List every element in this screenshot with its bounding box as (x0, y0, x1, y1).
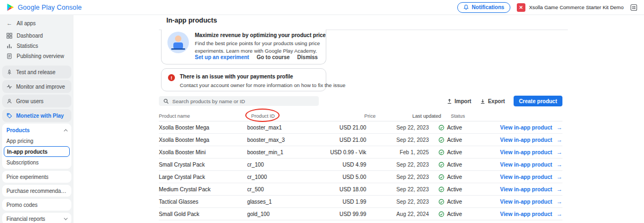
product-name-cell: Small Gold Pack (159, 211, 247, 217)
active-check-icon (438, 162, 444, 168)
price-experiments-label: Price experiments (6, 174, 48, 180)
logo-text: Google Play Console (18, 4, 82, 11)
pulse-icon (6, 84, 12, 90)
status-label: Active (447, 211, 462, 217)
price-cell: USD 99.99 (318, 211, 366, 217)
view-link-label: View in-app product (500, 149, 552, 155)
promo-codes-label: Promo codes (6, 202, 38, 208)
warning-title: There is an issue with your payments pro… (180, 74, 293, 80)
product-name-cell: Xsolla Booster Mega (159, 137, 247, 143)
search-icon (163, 98, 169, 104)
sidebar-item-price-experiments[interactable]: Price experiments (2, 171, 71, 183)
monetize-tag-icon (6, 113, 12, 119)
export-button[interactable]: Export (480, 98, 505, 104)
sidebar-divider (0, 61, 74, 66)
table-header-row: Product name Product ID Price Last updat… (159, 111, 562, 121)
products-group: Products App pricing In-app products Sub… (2, 124, 71, 169)
sidebar-item-in-app-products[interactable]: In-app products (4, 146, 70, 157)
view-link-label: View in-app product (500, 125, 552, 131)
active-check-icon (438, 199, 444, 205)
view-link-label: View in-app product (500, 174, 552, 180)
active-check-icon (438, 149, 444, 155)
product-id-cell: booster_max_3 (247, 137, 318, 143)
google-play-console-logo[interactable]: Google Play Console (6, 3, 82, 11)
go-to-course-link[interactable]: Go to course (257, 54, 290, 60)
import-button[interactable]: Import (447, 98, 471, 104)
sidebar-section-monitor-and-improve[interactable]: Monitor and improve (2, 80, 71, 93)
arrow-right-icon: → (557, 149, 562, 155)
view-in-app-product-link[interactable]: View in-app product → (500, 211, 562, 217)
arrow-right-icon: → (557, 124, 562, 131)
topbar-right: Notifications ✕ Xsolla Game Commerce Sta… (457, 2, 638, 13)
dismiss-link[interactable]: Dismiss (297, 54, 318, 60)
monitor-and-improve-label: Monitor and improve (16, 84, 65, 90)
active-check-icon (438, 125, 444, 131)
promo-illustration (166, 31, 191, 55)
export-label: Export (488, 98, 505, 104)
view-in-app-product-link[interactable]: View in-app product → (500, 136, 562, 143)
sidebar-item-promo-codes[interactable]: Promo codes (2, 199, 71, 211)
product-id-cell: cr_1000 (247, 174, 318, 180)
status-cell: Active (438, 199, 500, 205)
import-label: Import (455, 98, 471, 104)
topbar: Google Play Console Notifications ✕ Xsol… (0, 0, 644, 15)
notifications-button[interactable]: Notifications (457, 2, 510, 13)
search-input[interactable] (172, 98, 314, 104)
chevron-down-icon (64, 216, 68, 220)
sidebar-section-test-and-release[interactable]: Test and release (2, 66, 71, 78)
arrow-right-icon: → (557, 161, 562, 168)
play-triangle-icon (6, 3, 14, 11)
create-product-button[interactable]: Create product (514, 96, 562, 106)
sidebar-item-products[interactable]: Products (2, 125, 71, 135)
table-row: Xsolla Booster Mini booster_min_1 USD 0.… (159, 146, 562, 159)
col-price[interactable]: Price (325, 113, 376, 119)
apps-grid-icon[interactable] (630, 4, 638, 11)
sidebar-item-publishing-overview[interactable]: Publishing overview (0, 51, 74, 61)
view-in-app-product-link[interactable]: View in-app product → (500, 198, 562, 205)
active-check-icon (438, 174, 444, 180)
set-up-experiment-link[interactable]: Set up an experiment (195, 54, 249, 60)
last-updated-cell: Sep 22, 2023 (366, 199, 429, 205)
col-product-name[interactable]: Product name (159, 113, 251, 119)
product-id-cell: cr_500 (247, 186, 318, 192)
all-apps-back-button[interactable]: ← All apps (2, 18, 71, 28)
product-name-cell: Xsolla Booster Mini (159, 149, 247, 155)
app-selector[interactable]: ✕ Xsolla Game Commerce Starter Kit Demo (517, 3, 624, 12)
last-updated-cell: Aug 22, 2024 (366, 211, 429, 217)
view-in-app-product-link[interactable]: View in-app product → (500, 161, 562, 168)
view-in-app-product-link[interactable]: View in-app product → (500, 174, 562, 180)
sidebar-section-grow-users[interactable]: Grow users (2, 95, 71, 107)
dashboard-icon (6, 33, 12, 39)
view-in-app-product-link[interactable]: View in-app product → (500, 186, 562, 192)
status-cell: Active (438, 125, 500, 131)
sidebar-section-monetize-with-play[interactable]: Monetize with Play (2, 109, 71, 122)
search-box[interactable] (159, 96, 319, 106)
col-last-updated[interactable]: Last updated (376, 113, 441, 119)
app-name: Xsolla Game Commerce Starter Kit Demo (529, 4, 624, 10)
status-label: Active (447, 162, 462, 168)
col-status[interactable]: Status (451, 113, 515, 119)
sidebar-item-subscriptions[interactable]: Subscriptions (2, 157, 71, 168)
price-cell: USD 21.00 (318, 125, 366, 131)
price-cell: USD 4.99 (318, 162, 366, 168)
sidebar-item-purchase-recommendations[interactable]: Purchase recommendations (2, 185, 71, 197)
sidebar-item-financial-reports[interactable]: Financial reports (2, 213, 71, 223)
sidebar-item-statistics[interactable]: Statistics (0, 41, 74, 51)
rocket-icon (6, 69, 12, 75)
sidebar-item-dashboard[interactable]: Dashboard (0, 31, 74, 41)
price-cell: USD 0.99 - Vik (318, 149, 366, 155)
arrow-right-icon: → (557, 198, 562, 205)
status-label: Active (447, 186, 462, 192)
products-label: Products (6, 127, 30, 133)
product-name-cell: Xsolla Booster Mega (159, 125, 247, 131)
view-in-app-product-link[interactable]: View in-app product → (500, 124, 562, 131)
sidebar-item-app-pricing[interactable]: App pricing (2, 135, 71, 146)
product-name-cell: Medium Crystal Pack (159, 186, 247, 192)
promo-actions: Set up an experiment Go to course Dismis… (195, 54, 318, 60)
app-pricing-label: App pricing (6, 138, 33, 144)
view-in-app-product-link[interactable]: View in-app product → (500, 149, 562, 155)
app-icon: ✕ (517, 3, 525, 12)
view-link-label: View in-app product (500, 186, 552, 192)
arrow-right-icon: → (557, 136, 562, 143)
col-product-id[interactable]: Product ID (251, 113, 325, 119)
